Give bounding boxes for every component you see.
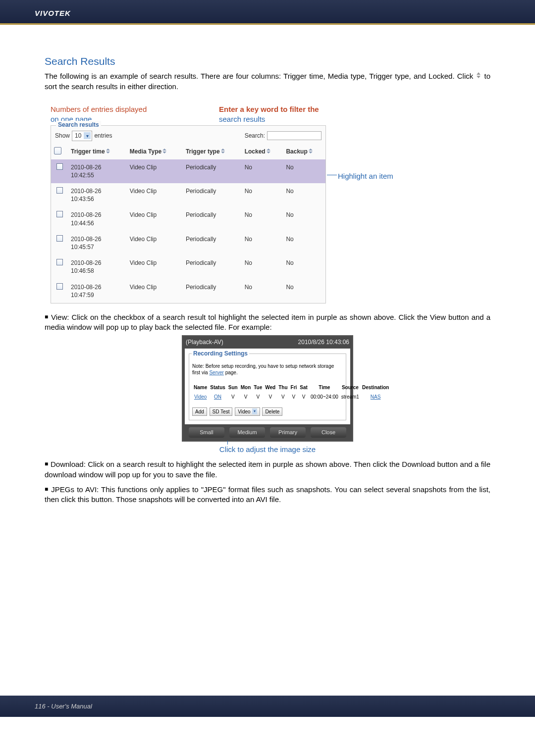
primary-button[interactable]: Primary [270, 427, 306, 438]
footer-text: 116 - User's Manual [35, 703, 92, 710]
row-checkbox[interactable] [56, 235, 63, 242]
annot-highlight: Highlight an item [338, 171, 393, 181]
search-results-screenshot: Numbers of entries displayed on one page… [51, 104, 437, 303]
square-bullet-icon: ■ [45, 486, 49, 493]
recording-note: Note: Before setup recording, you have t… [192, 363, 343, 376]
cell-locked: No [242, 279, 283, 303]
bullet-download: ■ Download: Click on a search result to … [45, 459, 490, 480]
rec-col: Tue [252, 383, 264, 392]
col-media-type[interactable]: Media Type [127, 144, 183, 159]
brand-text: VIVOTEK [35, 9, 71, 17]
recording-table: NameStatusSunMonTueWedThuFriSatTimeSourc… [192, 383, 390, 403]
cell-trigger-time: 2010-08-2610:45:57 [68, 231, 127, 255]
footer-bar: 116 - User's Manual [0, 696, 535, 717]
cell-backup: No [283, 159, 325, 183]
table-row[interactable]: 2010-08-2610:43:56Video ClipPeriodically… [51, 183, 325, 207]
cell-media-type: Video Clip [127, 207, 183, 231]
recording-row: Video ON V V V V V V V 00:00~24:00 strea… [192, 392, 390, 403]
cell-trigger-time: 2010-08-2610:46:58 [68, 255, 127, 279]
rec-name-link[interactable]: Video [194, 394, 207, 400]
entries-select[interactable]: 10 ▾ [72, 131, 92, 141]
section-title: Search Results [45, 54, 490, 68]
sort-icon [309, 150, 313, 154]
cell-media-type: Video Clip [127, 159, 183, 183]
recording-legend: Recording Settings [192, 350, 249, 357]
cell-locked: No [242, 255, 283, 279]
checkbox-all-icon[interactable] [54, 147, 61, 154]
sdtest-button[interactable]: SD Test [210, 407, 233, 416]
rec-col: Name [192, 383, 209, 392]
cell-media-type: Video Clip [127, 231, 183, 255]
playback-title-left: (Playback-AV) [186, 338, 298, 346]
rec-col: Destination [361, 383, 390, 392]
cell-trigger-type: Periodically [183, 231, 242, 255]
page-content: Search Results The following is an examp… [0, 25, 535, 522]
video-select[interactable]: Video▾ [235, 407, 260, 416]
row-checkbox[interactable] [56, 163, 63, 170]
cell-trigger-time: 2010-08-2610:47:59 [68, 279, 127, 303]
cell-backup: No [283, 255, 325, 279]
sort-icon [221, 150, 225, 154]
chevron-down-icon: ▾ [84, 132, 91, 139]
square-bullet-icon: ■ [45, 313, 49, 320]
cell-backup: No [283, 183, 325, 207]
rec-col: Fri [289, 383, 299, 392]
cell-locked: No [242, 207, 283, 231]
table-row[interactable]: 2010-08-2610:44:56Video ClipPeriodically… [51, 207, 325, 231]
cell-backup: No [283, 231, 325, 255]
annot-search-1: Enter a key word to filter the [219, 104, 319, 114]
rec-col: Status [209, 383, 227, 392]
col-backup[interactable]: Backup [283, 144, 325, 159]
playback-window: (Playback-AV) 2010/8/26 10:43:06 Recordi… [182, 335, 353, 442]
playback-screenshot: (Playback-AV) 2010/8/26 10:43:06 Recordi… [182, 335, 353, 454]
row-checkbox[interactable] [56, 283, 63, 290]
annot-line-highlight [327, 175, 337, 175]
row-checkbox[interactable] [56, 259, 63, 265]
bullet-view: ■ View: Click on the checkbox of a searc… [45, 312, 490, 333]
annot-entries-1: Numbers of entries displayed [51, 104, 219, 114]
col-locked[interactable]: Locked [242, 144, 283, 159]
search-input[interactable] [267, 131, 321, 140]
server-link[interactable]: Server [209, 370, 223, 375]
small-button[interactable]: Small [189, 427, 224, 438]
cell-trigger-time: 2010-08-2610:43:56 [68, 183, 127, 207]
recording-btn-row: Add SD Test Video▾ Delete [192, 407, 343, 416]
results-table: Trigger time Media Type Trigger type Loc… [51, 144, 325, 303]
col-trigger-type[interactable]: Trigger type [183, 144, 242, 159]
delete-button[interactable]: Delete [262, 407, 282, 416]
col-trigger-time[interactable]: Trigger time [68, 144, 127, 159]
row-checkbox[interactable] [56, 211, 63, 217]
sort-icon [162, 150, 166, 154]
rec-col: Mon [239, 383, 253, 392]
rec-col: Sun [227, 383, 239, 392]
rec-dest-link[interactable]: NAS [371, 394, 381, 400]
cell-trigger-time: 2010-08-2610:42:55 [68, 159, 127, 183]
cell-media-type: Video Clip [127, 279, 183, 303]
add-button[interactable]: Add [192, 407, 207, 416]
search-label: Search: [245, 132, 265, 140]
rec-status-link[interactable]: ON [214, 394, 221, 400]
sort-icon [267, 150, 270, 154]
col-checkbox-header[interactable] [51, 144, 68, 159]
medium-button[interactable]: Medium [229, 427, 265, 438]
table-row[interactable]: 2010-08-2610:47:59Video ClipPeriodically… [51, 279, 325, 303]
table-row[interactable]: 2010-08-2610:45:57Video ClipPeriodically… [51, 231, 325, 255]
annot-search-2: search results [219, 114, 319, 124]
table-row[interactable]: 2010-08-2610:46:58Video ClipPeriodically… [51, 255, 325, 279]
playback-body: Recording Settings Note: Before setup re… [185, 349, 350, 425]
rec-col: Sat [298, 383, 309, 392]
cell-media-type: Video Clip [127, 255, 183, 279]
playback-titlebar: (Playback-AV) 2010/8/26 10:43:06 [185, 338, 350, 348]
cell-trigger-type: Periodically [183, 207, 242, 231]
section-desc: The following is an example of search re… [45, 71, 490, 92]
table-row[interactable]: 2010-08-2610:42:55Video ClipPeriodically… [51, 159, 325, 183]
header-bar: VIVOTEK [0, 0, 535, 23]
sort-icon [106, 150, 110, 154]
bullet-jpegs: ■ JPEGs to AVI: This functions only appl… [45, 485, 490, 505]
close-button[interactable]: Close [311, 427, 346, 438]
rec-col: Wed [264, 383, 277, 392]
row-checkbox[interactable] [56, 187, 63, 194]
cell-trigger-type: Periodically [183, 183, 242, 207]
annotation-top: Numbers of entries displayed on one page… [51, 104, 437, 125]
entries-label: entries [94, 132, 112, 140]
